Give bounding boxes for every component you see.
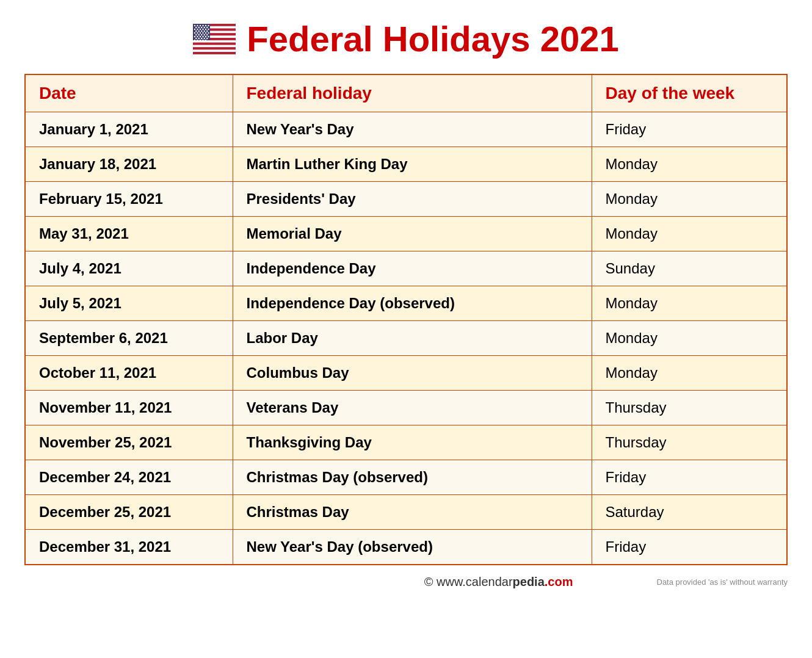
svg-rect-12 — [193, 52, 236, 54]
svg-point-27 — [200, 28, 201, 29]
cell-date: May 31, 2021 — [25, 217, 233, 251]
svg-point-61 — [203, 39, 204, 40]
cell-date: July 5, 2021 — [25, 286, 233, 321]
table-row: September 6, 2021Labor DayMonday — [25, 321, 787, 356]
footer-credit-suffix: .com — [545, 575, 573, 588]
page-footer: © www.calendarpedia.com Data provided 'a… — [24, 575, 788, 589]
svg-point-29 — [205, 28, 206, 29]
table-row: July 4, 2021Independence DaySunday — [25, 251, 787, 286]
svg-point-36 — [194, 32, 195, 33]
svg-point-24 — [206, 26, 208, 27]
svg-point-55 — [201, 37, 202, 38]
svg-point-59 — [197, 39, 198, 40]
cell-date: November 11, 2021 — [25, 391, 233, 425]
cell-date: December 25, 2021 — [25, 495, 233, 530]
cell-date: October 11, 2021 — [25, 356, 233, 391]
svg-point-53 — [195, 37, 197, 38]
table-row: January 1, 2021New Year's DayFriday — [25, 112, 787, 147]
cell-holiday: Christmas Day — [233, 495, 592, 530]
svg-point-47 — [194, 35, 195, 37]
cell-day: Thursday — [592, 391, 787, 425]
cell-day: Monday — [592, 321, 787, 356]
cell-holiday: Labor Day — [233, 321, 592, 356]
svg-point-17 — [203, 24, 204, 26]
table-row: December 24, 2021Christmas Day (observed… — [25, 460, 787, 495]
cell-date: December 24, 2021 — [25, 460, 233, 495]
cell-day: Sunday — [592, 251, 787, 286]
col-header-holiday: Federal holiday — [233, 74, 592, 112]
cell-date: November 25, 2021 — [25, 425, 233, 460]
table-header-row: Date Federal holiday Day of the week — [25, 74, 787, 112]
svg-point-39 — [203, 32, 204, 33]
cell-day: Monday — [592, 147, 787, 182]
footer-credit-bold: pedia — [513, 575, 545, 588]
svg-rect-8 — [193, 42, 236, 45]
svg-point-54 — [198, 37, 200, 38]
svg-point-34 — [204, 30, 205, 31]
cell-day: Monday — [592, 182, 787, 217]
svg-point-21 — [198, 26, 200, 27]
cell-date: July 4, 2021 — [25, 251, 233, 286]
svg-point-15 — [197, 24, 198, 26]
cell-holiday: New Year's Day (observed) — [233, 530, 592, 565]
svg-point-14 — [194, 24, 195, 26]
cell-day: Monday — [592, 217, 787, 251]
svg-point-46 — [206, 34, 208, 35]
svg-point-26 — [197, 28, 198, 29]
table-row: November 11, 2021Veterans DayThursday — [25, 391, 787, 425]
svg-rect-10 — [193, 47, 236, 49]
svg-point-20 — [195, 26, 197, 27]
cell-holiday: Veterans Day — [233, 391, 592, 425]
page-header: Federal Holidays 2021 — [193, 18, 618, 59]
table-row: December 31, 2021New Year's Day (observe… — [25, 530, 787, 565]
cell-holiday: Presidents' Day — [233, 182, 592, 217]
svg-point-23 — [204, 26, 205, 27]
svg-point-56 — [204, 37, 205, 38]
cell-holiday: Thanksgiving Day — [233, 425, 592, 460]
col-header-date: Date — [25, 74, 233, 112]
svg-point-35 — [206, 30, 208, 31]
cell-holiday: Memorial Day — [233, 217, 592, 251]
table-row: July 5, 2021Independence Day (observed)M… — [25, 286, 787, 321]
cell-holiday: Columbus Day — [233, 356, 592, 391]
svg-point-62 — [205, 39, 206, 40]
table-row: October 11, 2021Columbus DayMonday — [25, 356, 787, 391]
svg-point-58 — [194, 39, 195, 40]
svg-point-31 — [195, 30, 197, 31]
svg-point-38 — [200, 32, 201, 33]
svg-point-30 — [208, 28, 209, 29]
table-row: December 25, 2021Christmas DaySaturday — [25, 495, 787, 530]
cell-day: Thursday — [592, 425, 787, 460]
svg-point-28 — [203, 28, 204, 29]
svg-point-43 — [198, 34, 200, 35]
cell-day: Monday — [592, 356, 787, 391]
page-title: Federal Holidays 2021 — [247, 18, 618, 59]
cell-date: September 6, 2021 — [25, 321, 233, 356]
table-row: January 18, 2021Martin Luther King DayMo… — [25, 147, 787, 182]
cell-holiday: New Year's Day — [233, 112, 592, 147]
svg-point-44 — [201, 34, 202, 35]
svg-point-25 — [194, 28, 195, 29]
svg-point-60 — [200, 39, 201, 40]
cell-holiday: Christmas Day (observed) — [233, 460, 592, 495]
table-row: February 15, 2021Presidents' DayMonday — [25, 182, 787, 217]
cell-day: Friday — [592, 530, 787, 565]
cell-day: Saturday — [592, 495, 787, 530]
svg-point-40 — [205, 32, 206, 33]
svg-point-16 — [200, 24, 201, 26]
svg-point-41 — [208, 32, 209, 33]
cell-holiday: Independence Day (observed) — [233, 286, 592, 321]
svg-point-33 — [201, 30, 202, 31]
svg-rect-9 — [193, 45, 236, 47]
svg-point-57 — [206, 37, 208, 38]
svg-point-45 — [204, 34, 205, 35]
cell-day: Monday — [592, 286, 787, 321]
svg-point-18 — [205, 24, 206, 26]
us-flag-icon — [193, 24, 236, 54]
svg-point-52 — [208, 35, 209, 37]
footer-disclaimer: Data provided 'as is' without warranty — [657, 577, 788, 587]
svg-point-19 — [208, 24, 209, 26]
svg-point-42 — [195, 34, 197, 35]
cell-day: Friday — [592, 460, 787, 495]
svg-point-50 — [203, 35, 204, 37]
